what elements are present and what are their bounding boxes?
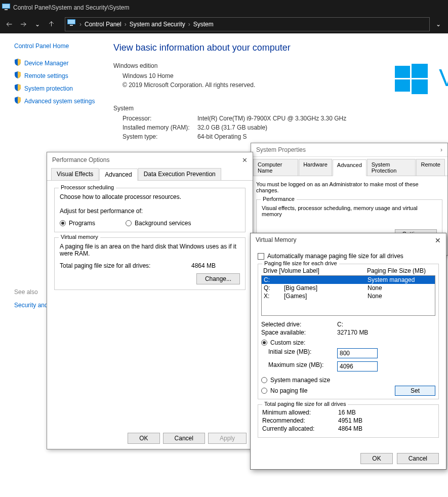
adjust-label: Adjust for best performance of: (60, 208, 240, 215)
main-panel: View basic information about your comput… (106, 33, 448, 160)
back-button[interactable]: 🡠 (3, 18, 15, 30)
drive-row-q[interactable]: Q: [Big Games] None (262, 284, 435, 292)
sidebar-link-label: Device Manager (24, 60, 68, 67)
system-type-label: System type: (123, 133, 197, 140)
tab-remote[interactable]: Remote (416, 159, 445, 176)
performance-options-dialog: Performance Options ✕ Visual Effects Adv… (47, 152, 253, 449)
up-button[interactable]: 🡡 (46, 18, 58, 30)
recommended-value: 4951 MB (338, 417, 362, 424)
sidebar-item-system-protection[interactable]: System protection (14, 84, 106, 93)
radio-icon (261, 340, 267, 346)
processor-label: Processor: (123, 115, 197, 122)
selected-drive-label: Selected drive: (261, 321, 337, 328)
svg-rect-9 (412, 79, 428, 94)
recent-dropdown[interactable]: ⌄ (31, 18, 44, 30)
address-bar[interactable]: › Control Panel › System and Security › … (65, 17, 430, 31)
window-title-path: Control Panel\System and Security\System (13, 4, 129, 11)
paging-legend: Paging file size for each drive (262, 260, 339, 266)
change-button[interactable]: Change... (196, 273, 240, 284)
drive-row-x[interactable]: X: [Games] None (262, 292, 435, 300)
vm-total-label: Total paging file size for all drives: (60, 262, 191, 269)
checkbox-icon (258, 253, 264, 260)
cancel-button[interactable]: Cancel (397, 453, 439, 464)
drive-list[interactable]: C: System managed Q: [Big Games] None X:… (261, 275, 435, 316)
scheduling-legend: Processor scheduling (59, 184, 116, 190)
tab-advanced[interactable]: Advanced (333, 159, 366, 176)
tab-system-protection[interactable]: System Protection (367, 159, 416, 176)
see-also-title: See also (14, 288, 48, 296)
radio-programs[interactable]: Programs (60, 220, 95, 227)
auto-manage-checkbox[interactable]: Automatically manage paging file size fo… (258, 253, 439, 260)
vm-legend: Virtual memory (59, 234, 100, 240)
control-panel-home-link[interactable]: Control Panel Home (14, 43, 106, 50)
ok-button[interactable]: OK (128, 433, 159, 444)
max-size-label: Maximum size (MB): (268, 361, 337, 371)
sidebar-item-device-manager[interactable]: Device Manager (14, 59, 106, 67)
tab-computer-name[interactable]: Computer Name (253, 159, 298, 176)
breadcrumb-seg-1[interactable]: Control Panel (82, 21, 125, 28)
max-size-input[interactable] (337, 361, 378, 371)
radio-no-paging[interactable]: No paging file (261, 387, 395, 394)
radio-custom-size[interactable]: Custom size: (261, 339, 435, 346)
chevron-right-icon[interactable]: › (440, 146, 442, 153)
close-icon[interactable]: ✕ (435, 236, 441, 244)
tab-dep[interactable]: Data Execution Prevention (138, 168, 221, 180)
sidebar-link-label: System protection (24, 85, 73, 92)
totals-fieldset: Total paging file size for all drives Mi… (258, 404, 439, 438)
currently-allocated-label: Currently allocated: (262, 425, 338, 432)
svg-rect-6 (395, 66, 410, 78)
close-icon[interactable]: ✕ (242, 156, 248, 164)
tab-visual-effects[interactable]: Visual Effects (51, 168, 99, 180)
processor-scheduling-fieldset: Processor scheduling Choose how to alloc… (54, 188, 246, 232)
svg-rect-4 (68, 20, 75, 24)
dialog-title: System Properties (256, 146, 306, 153)
scheduling-desc: Choose how to allocate processor resourc… (60, 193, 240, 200)
sysprop-tabs: Computer Name Hardware Advanced System P… (251, 157, 447, 176)
ok-button[interactable]: OK (360, 453, 392, 464)
address-icon (67, 19, 77, 29)
radio-icon (261, 388, 267, 394)
set-button[interactable]: Set (395, 386, 435, 396)
radio-system-managed[interactable]: System managed size (261, 377, 435, 384)
admin-note: You must be logged on as an Administrato… (256, 181, 442, 193)
min-allowed-label: Minimum allowed: (262, 409, 338, 416)
section-system: System (113, 105, 448, 112)
svg-rect-2 (5, 9, 8, 10)
sidebar-link-label: Remote settings (24, 72, 68, 79)
paging-file-fieldset: Paging file size for each drive Drive [V… (258, 264, 439, 399)
shield-icon (14, 59, 21, 67)
svg-rect-5 (70, 25, 73, 26)
cancel-button[interactable]: Cancel (163, 433, 205, 444)
performance-desc: Visual effects, processor scheduling, me… (262, 205, 437, 217)
initial-size-label: Initial size (MB): (268, 348, 337, 358)
virtual-memory-dialog: Virtual Memory ✕ Automatically manage pa… (250, 233, 446, 470)
sidebar-item-remote-settings[interactable]: Remote settings (14, 71, 106, 80)
forward-button[interactable]: 🡢 (17, 18, 29, 30)
min-allowed-value: 16 MB (338, 409, 356, 416)
breadcrumb-seg-3[interactable]: System (190, 21, 217, 28)
col-drive-header: Drive [Volume Label] (263, 267, 367, 274)
vm-desc: A paging file is an area on the hard dis… (60, 243, 240, 257)
dialog-title: Virtual Memory (256, 236, 296, 244)
radio-label: System managed size (270, 377, 330, 384)
ram-value: 32.0 GB (31.7 GB usable) (197, 124, 267, 131)
apply-button[interactable]: Apply (208, 433, 247, 444)
drive-row-c[interactable]: C: System managed (262, 276, 435, 284)
perfopt-tabs: Visual Effects Advanced Data Execution P… (47, 168, 253, 181)
radio-label: Background services (135, 220, 191, 227)
radio-background-services[interactable]: Background services (126, 220, 191, 227)
initial-size-input[interactable] (337, 348, 378, 358)
sidebar: Control Panel Home Device Manager Remote… (0, 33, 106, 160)
breadcrumb-seg-2[interactable]: System and Security (127, 21, 188, 28)
see-also-link[interactable]: Security and (14, 302, 48, 309)
svg-rect-8 (395, 79, 410, 92)
window-titlebar: Control Panel\System and Security\System (0, 0, 448, 15)
virtual-memory-fieldset: Virtual memory A paging file is an area … (54, 237, 246, 290)
sidebar-item-advanced-system-settings[interactable]: Advanced system settings (14, 97, 106, 105)
radio-icon (261, 377, 267, 383)
tab-hardware[interactable]: Hardware (299, 159, 332, 176)
address-dropdown[interactable]: ⌄ (432, 21, 445, 28)
col-size-header: Paging File Size (MB) (367, 267, 426, 274)
tab-advanced[interactable]: Advanced (99, 169, 137, 181)
radio-icon (60, 220, 66, 226)
